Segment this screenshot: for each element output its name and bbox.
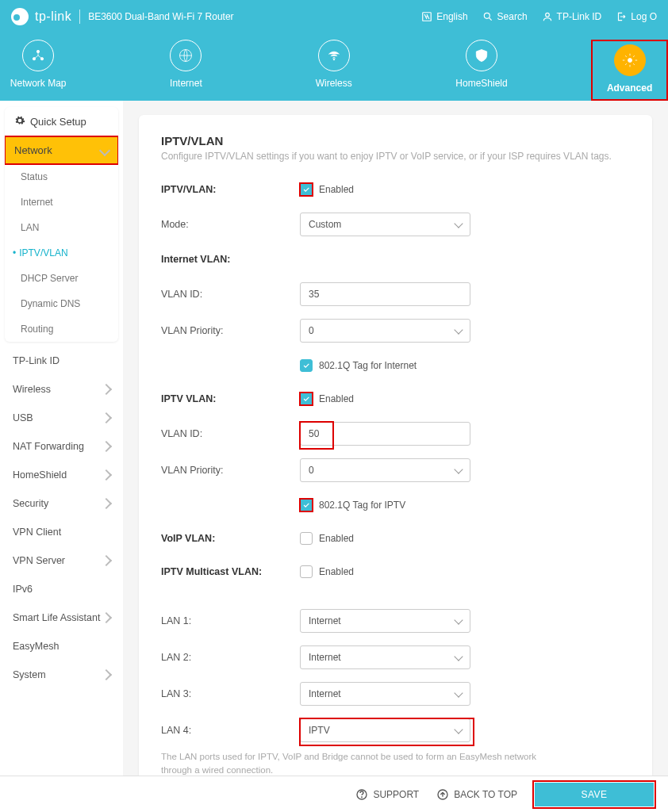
tab-network-map[interactable]: Network Map bbox=[0, 40, 76, 101]
gear-icon bbox=[14, 115, 25, 128]
lan4-select[interactable]: IPTV bbox=[300, 718, 470, 742]
enabled-text: Enabled bbox=[319, 533, 354, 544]
mode-value: Custom bbox=[309, 219, 341, 230]
multicast-vlan-title: IPTV Multicast VLAN: bbox=[161, 566, 300, 577]
vlan-priority-label: VLAN Priority: bbox=[161, 465, 300, 476]
sidebar-sub-iptv-vlan[interactable]: IPTV/VLAN bbox=[5, 240, 118, 266]
network-label: Network bbox=[14, 144, 52, 156]
sidebar-item-security[interactable]: Security bbox=[0, 489, 123, 518]
chevron-right-icon bbox=[101, 612, 112, 623]
svg-point-8 bbox=[628, 59, 632, 63]
enabled-text: Enabled bbox=[319, 393, 354, 404]
sidebar-sub-lan[interactable]: LAN bbox=[5, 215, 118, 240]
iptv-vlan-title: IPTV VLAN: bbox=[161, 393, 300, 404]
network-map-icon bbox=[22, 40, 54, 71]
chevron-right-icon bbox=[101, 441, 112, 452]
save-button[interactable]: SAVE bbox=[535, 783, 654, 806]
search-button[interactable]: Search bbox=[482, 11, 528, 22]
voip-vlan-checkbox[interactable] bbox=[300, 532, 313, 545]
internet-vlan-priority-select[interactable]: 0 bbox=[300, 319, 470, 343]
iptvvlan-checkbox[interactable] bbox=[300, 183, 313, 196]
chevron-down-icon bbox=[454, 688, 463, 697]
sidebar-item-wireless[interactable]: Wireless bbox=[0, 375, 123, 404]
iptv-vlan-priority-select[interactable]: 0 bbox=[300, 458, 470, 482]
chevron-down-icon bbox=[454, 325, 463, 334]
sidebar-sub-routing[interactable]: Routing bbox=[5, 316, 118, 342]
language-icon bbox=[421, 11, 432, 22]
sidebar: Quick Setup Network Status Internet LAN … bbox=[0, 101, 123, 812]
sidebar-item-system[interactable]: System bbox=[0, 661, 123, 689]
sidebar-network[interactable]: Network bbox=[5, 136, 118, 164]
top-bar: tp-link BE3600 Dual-Band Wi-Fi 7 Router … bbox=[0, 0, 668, 33]
chevron-down-icon bbox=[454, 465, 463, 473]
tag-iptv-text: 802.1Q Tag for IPTV bbox=[319, 500, 405, 511]
tab-wireless[interactable]: Wireless bbox=[296, 40, 372, 101]
svg-point-2 bbox=[545, 13, 549, 17]
nav-tabs: Network Map Internet Wireless HomeShield… bbox=[0, 33, 668, 101]
sidebar-sub-dhcp-server[interactable]: DHCP Server bbox=[5, 266, 118, 291]
vlan-id-label: VLAN ID: bbox=[161, 289, 300, 300]
chevron-right-icon bbox=[101, 498, 112, 509]
sidebar-item-vpn-client[interactable]: VPN Client bbox=[0, 518, 123, 546]
sidebar-item-usb[interactable]: USB bbox=[0, 404, 123, 432]
brand: tp-link bbox=[11, 8, 71, 25]
tab-label: Network Map bbox=[10, 78, 67, 89]
tplink-id-button[interactable]: TP-Link ID bbox=[542, 11, 602, 22]
sidebar-item-tplink-id[interactable]: TP-Link ID bbox=[0, 347, 123, 375]
iptvvlan-label: IPTV/VLAN: bbox=[161, 184, 300, 195]
multicast-vlan-checkbox[interactable] bbox=[300, 565, 313, 578]
sidebar-sub-internet[interactable]: Internet bbox=[5, 190, 118, 215]
iptv-vlan-checkbox[interactable] bbox=[300, 393, 313, 405]
internet-vlan-id-input[interactable] bbox=[300, 282, 470, 306]
sidebar-item-smart-life[interactable]: Smart Life Assistant bbox=[0, 603, 123, 632]
section-title: IPTV/VLAN bbox=[161, 134, 630, 147]
lan1-select[interactable]: Internet bbox=[300, 609, 470, 633]
chevron-right-icon bbox=[101, 412, 112, 423]
search-icon bbox=[482, 11, 493, 22]
logout-icon bbox=[616, 11, 627, 22]
model-name: BE3600 Dual-Band Wi-Fi 7 Router bbox=[88, 11, 233, 22]
support-button[interactable]: SUPPORT bbox=[355, 788, 419, 801]
advanced-icon bbox=[614, 44, 646, 76]
lan3-select[interactable]: Internet bbox=[300, 682, 470, 706]
sidebar-item-nat-forwarding[interactable]: NAT Forwarding bbox=[0, 432, 123, 461]
back-to-top-button[interactable]: BACK TO TOP bbox=[436, 788, 517, 801]
sidebar-item-homeshield[interactable]: HomeShield bbox=[0, 461, 123, 489]
sidebar-item-vpn-server[interactable]: VPN Server bbox=[0, 546, 123, 575]
lan1-label: LAN 1: bbox=[161, 615, 300, 626]
chevron-right-icon bbox=[101, 669, 112, 680]
enabled-text: Enabled bbox=[319, 566, 354, 577]
main-content: IPTV/VLAN Configure IPTV/VLAN settings i… bbox=[123, 101, 668, 812]
tag-internet-checkbox[interactable] bbox=[300, 359, 313, 372]
vlan-id-label: VLAN ID: bbox=[161, 428, 300, 439]
arrow-up-icon bbox=[436, 788, 449, 801]
chevron-right-icon bbox=[101, 469, 112, 481]
tab-homeshield[interactable]: HomeShield bbox=[443, 40, 520, 101]
logout-label: Log O bbox=[631, 11, 657, 22]
brand-logo-icon bbox=[11, 8, 29, 25]
tab-label: Internet bbox=[170, 78, 202, 89]
iptv-vlan-id-input[interactable] bbox=[300, 422, 470, 446]
svg-point-3 bbox=[36, 50, 39, 52]
language-button[interactable]: English bbox=[421, 11, 467, 22]
enabled-text: Enabled bbox=[319, 184, 354, 195]
lan4-label: LAN 4: bbox=[161, 725, 300, 736]
sidebar-sub-status[interactable]: Status bbox=[5, 164, 118, 190]
sidebar-item-easymesh[interactable]: EasyMesh bbox=[0, 632, 123, 661]
internet-icon bbox=[170, 40, 202, 71]
lan3-label: LAN 3: bbox=[161, 688, 300, 699]
tab-internet[interactable]: Internet bbox=[148, 40, 224, 101]
tab-advanced[interactable]: Advanced bbox=[591, 40, 668, 101]
search-label: Search bbox=[497, 11, 528, 22]
chevron-down-icon bbox=[454, 725, 463, 733]
mode-select[interactable]: Custom bbox=[300, 213, 470, 236]
tag-iptv-checkbox[interactable] bbox=[300, 499, 313, 511]
logout-button[interactable]: Log O bbox=[616, 11, 657, 22]
tab-label: Wireless bbox=[316, 78, 352, 89]
sidebar-sub-dynamic-dns[interactable]: Dynamic DNS bbox=[5, 291, 118, 316]
internet-vlan-title: Internet VLAN: bbox=[161, 254, 300, 265]
svg-point-1 bbox=[484, 13, 489, 18]
sidebar-item-ipv6[interactable]: IPv6 bbox=[0, 575, 123, 603]
lan2-select[interactable]: Internet bbox=[300, 645, 470, 669]
sidebar-quick-setup[interactable]: Quick Setup bbox=[5, 107, 118, 136]
